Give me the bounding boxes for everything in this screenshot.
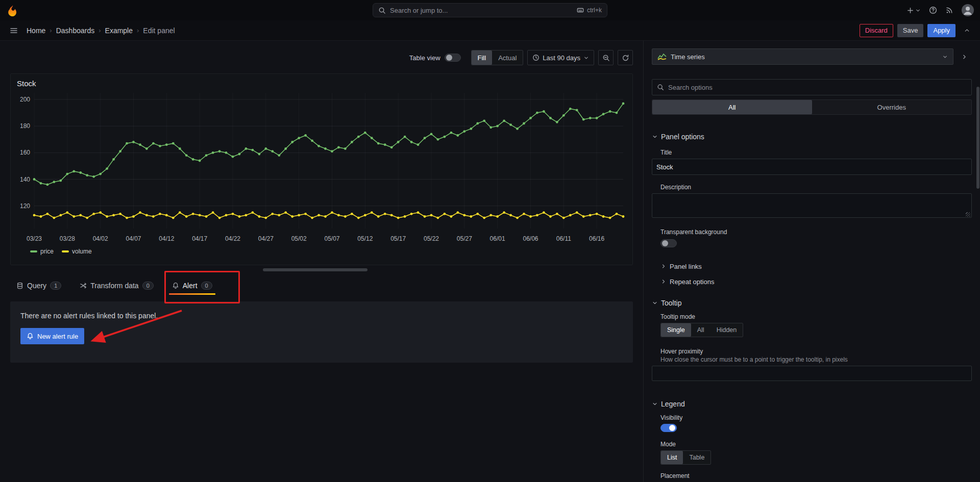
discard-button[interactable]: Discard (860, 24, 893, 37)
panel-options-sidebar: Time series All Overrides Panel options … (643, 41, 980, 482)
panel-title-input[interactable] (652, 159, 972, 175)
collapse-options-pane-button[interactable] (957, 49, 972, 64)
rss-icon (945, 6, 953, 14)
plus-icon (906, 7, 914, 14)
time-range-picker[interactable]: Last 90 days (527, 50, 594, 65)
viz-picker-button[interactable]: Time series (652, 48, 953, 65)
chevron-down-icon (652, 401, 658, 407)
section-tooltip[interactable]: Tooltip (652, 297, 972, 309)
save-button[interactable]: Save (897, 24, 924, 37)
fill-option[interactable]: Fill (472, 50, 493, 65)
time-range-label: Last 90 days (543, 54, 580, 62)
user-icon (962, 4, 974, 16)
legend-mode-list[interactable]: List (661, 451, 683, 464)
table-view-toggle[interactable] (445, 54, 461, 62)
breadcrumb-dashboard-name[interactable]: Example (105, 27, 133, 35)
hamburger-icon (10, 27, 18, 35)
help-button[interactable] (929, 6, 937, 14)
svg-text:160: 160 (20, 149, 30, 156)
options-search-input[interactable] (668, 84, 967, 91)
legend-swatch (30, 250, 37, 252)
database-icon (16, 282, 23, 289)
section-panel-links[interactable]: Panel links (660, 259, 972, 274)
search-icon (657, 84, 664, 91)
transparent-bg-label: Transparent background (660, 228, 972, 236)
tab-all-options[interactable]: All (652, 100, 812, 114)
options-search[interactable] (652, 79, 972, 95)
breadcrumb-home[interactable]: Home (27, 27, 45, 35)
global-search[interactable]: ctrl+k (373, 3, 607, 17)
collapse-header-button[interactable] (960, 23, 974, 38)
svg-text:04/22: 04/22 (225, 235, 240, 242)
keyboard-icon (576, 7, 584, 14)
legend-swatch (62, 250, 69, 252)
mega-menu-button[interactable] (6, 23, 21, 38)
tooltip-mode-hidden[interactable]: Hidden (710, 323, 743, 337)
svg-text:06/11: 06/11 (556, 235, 571, 242)
bell-icon (27, 333, 34, 340)
svg-text:05/27: 05/27 (457, 235, 472, 242)
breadcrumb-separator: › (50, 27, 52, 34)
tooltip-mode-single[interactable]: Single (661, 323, 691, 337)
legend-item[interactable]: volume (62, 248, 92, 255)
chevron-right-icon (961, 54, 968, 60)
tooltip-mode-label: Tooltip mode (660, 313, 972, 321)
panel-edit-toolbar: Table view Fill Actual Last 90 days (10, 50, 633, 65)
svg-text:200: 200 (20, 96, 30, 103)
transparent-bg-toggle[interactable] (660, 239, 677, 247)
resize-handle[interactable] (966, 212, 970, 217)
chevron-down-icon (583, 55, 589, 61)
shuffle-icon (80, 282, 87, 289)
user-avatar[interactable] (962, 4, 974, 16)
actual-option[interactable]: Actual (492, 50, 523, 65)
zoom-out-button[interactable] (598, 50, 614, 65)
refresh-button[interactable] (618, 50, 633, 65)
section-panel-options[interactable]: Panel options (652, 131, 972, 142)
tab-alert-label: Alert (183, 282, 198, 290)
panel-description-textarea[interactable] (652, 193, 972, 218)
legend-visibility-label: Visibility (660, 414, 972, 422)
tab-transform[interactable]: Transform data 0 (74, 276, 160, 295)
legend-placement-label: Placement (660, 472, 972, 480)
svg-text:05/12: 05/12 (357, 235, 373, 242)
tab-query-label: Query (27, 282, 46, 290)
tab-query-count: 1 (50, 282, 61, 290)
apply-button[interactable]: Apply (927, 24, 955, 37)
svg-text:180: 180 (20, 122, 30, 130)
legend-label: volume (72, 248, 92, 255)
tab-alert[interactable]: Alert 0 (166, 276, 218, 295)
scrollbar-thumb[interactable] (263, 268, 368, 271)
tab-transform-label: Transform data (90, 282, 138, 290)
grafana-logo-icon[interactable] (6, 4, 19, 17)
breadcrumb-dashboards[interactable]: Dashboards (56, 27, 95, 35)
svg-text:04/12: 04/12 (159, 235, 174, 242)
stock-panel: Stock 03/2303/2804/0204/0704/1204/1704/2… (10, 73, 633, 265)
sidebar-scrollbar-thumb[interactable] (976, 87, 979, 189)
news-button[interactable] (945, 6, 953, 14)
svg-text:04/17: 04/17 (192, 235, 207, 242)
chevron-up-icon (964, 27, 970, 34)
tab-overrides[interactable]: Overrides (812, 100, 972, 114)
svg-text:06/01: 06/01 (490, 235, 505, 242)
legend-mode-table[interactable]: Table (683, 451, 710, 464)
svg-text:04/27: 04/27 (258, 235, 274, 242)
time-series-chart[interactable]: 03/2303/2804/0204/0704/1204/1704/2204/27… (17, 90, 627, 247)
legend-item[interactable]: price (30, 248, 54, 255)
legend-visibility-toggle[interactable] (660, 424, 677, 432)
new-menu-button[interactable] (906, 7, 921, 14)
hover-proximity-desc: How close the cursor must be to a point … (660, 356, 972, 364)
new-alert-rule-button[interactable]: New alert rule (20, 328, 84, 344)
time-series-icon (657, 53, 667, 60)
breadcrumb-separator: › (99, 27, 101, 34)
edit-pane: Table view Fill Actual Last 90 days Stoc… (0, 41, 643, 482)
clock-icon (532, 54, 540, 61)
section-repeat-options[interactable]: Repeat options (660, 274, 972, 289)
breadcrumb: Home › Dashboards › Example › Edit panel (27, 27, 175, 35)
tooltip-mode-all[interactable]: All (691, 323, 710, 337)
svg-text:05/22: 05/22 (424, 235, 439, 242)
search-input[interactable] (390, 7, 572, 14)
tab-alert-count: 0 (201, 282, 212, 290)
section-legend[interactable]: Legend (652, 398, 972, 410)
hover-proximity-input[interactable] (652, 366, 972, 381)
tab-query[interactable]: Query 1 (10, 276, 67, 295)
